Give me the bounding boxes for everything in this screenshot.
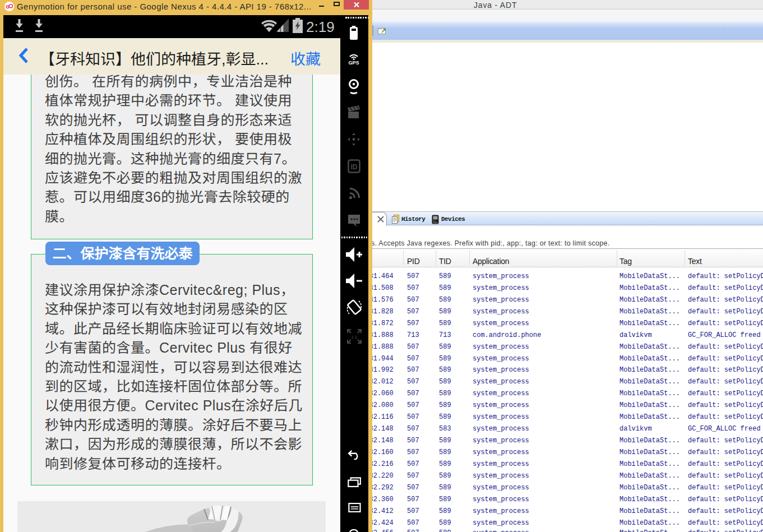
- svg-text:GPS: GPS: [348, 60, 359, 65]
- svg-text:ID: ID: [351, 163, 358, 171]
- svg-text:1:1: 1:1: [351, 335, 358, 340]
